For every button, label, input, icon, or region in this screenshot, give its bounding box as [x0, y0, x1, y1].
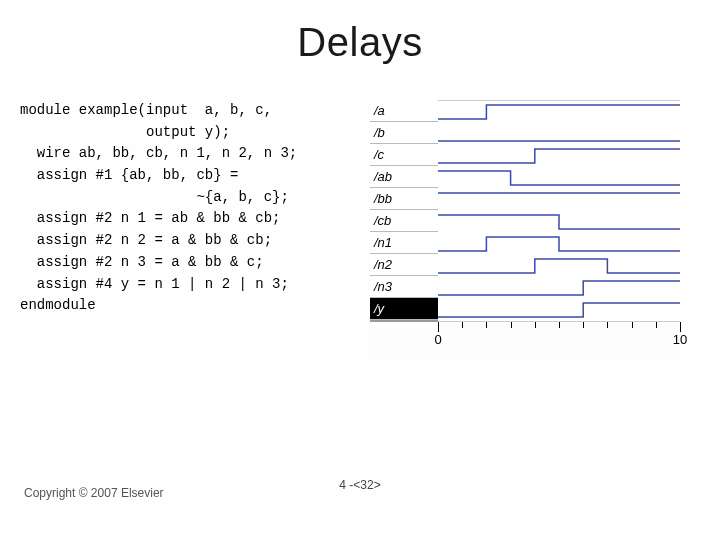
signal-trace — [438, 101, 680, 123]
code-block: module example(input a, b, c, output y);… — [20, 100, 360, 360]
ruler-tick — [462, 322, 463, 328]
signal-name-column: /a/b/c/ab/bb/cb/n1/n2/n3/y — [370, 100, 438, 322]
signal-trace — [438, 123, 680, 145]
signal-trace — [438, 299, 680, 321]
signal-label: /b — [370, 122, 438, 144]
signal-trace-column — [438, 100, 680, 322]
signal-label: /a — [370, 100, 438, 122]
signal-label: /y — [370, 298, 438, 320]
ruler-tick — [680, 322, 681, 332]
signal-trace — [438, 277, 680, 299]
ruler-tick — [511, 322, 512, 328]
slide-number: 4 -<32> — [339, 478, 380, 492]
ruler-label-start: 0 — [434, 332, 441, 347]
signal-trace — [438, 167, 680, 189]
slide-title: Delays — [0, 20, 720, 65]
signal-trace — [438, 145, 680, 167]
copyright-text: Copyright © 2007 Elsevier — [24, 486, 164, 500]
signal-label: /n3 — [370, 276, 438, 298]
time-ruler: 010 — [438, 322, 680, 356]
signal-trace — [438, 211, 680, 233]
ruler-tick — [559, 322, 560, 328]
signal-label: /n1 — [370, 232, 438, 254]
ruler-tick — [438, 322, 439, 332]
ruler-tick — [656, 322, 657, 328]
ruler-tick — [583, 322, 584, 328]
signal-trace — [438, 255, 680, 277]
signal-label: /bb — [370, 188, 438, 210]
signal-trace — [438, 189, 680, 211]
signal-label: /ab — [370, 166, 438, 188]
ruler-label-end: 10 — [673, 332, 687, 347]
ruler-tick — [535, 322, 536, 328]
waveform-viewer: /a/b/c/ab/bb/cb/n1/n2/n3/y 010 — [370, 100, 680, 360]
content-row: module example(input a, b, c, output y);… — [0, 100, 720, 360]
ruler-tick — [607, 322, 608, 328]
ruler-tick — [486, 322, 487, 328]
signal-label: /c — [370, 144, 438, 166]
signal-label: /cb — [370, 210, 438, 232]
signal-trace — [438, 233, 680, 255]
signal-label: /n2 — [370, 254, 438, 276]
ruler-tick — [632, 322, 633, 328]
